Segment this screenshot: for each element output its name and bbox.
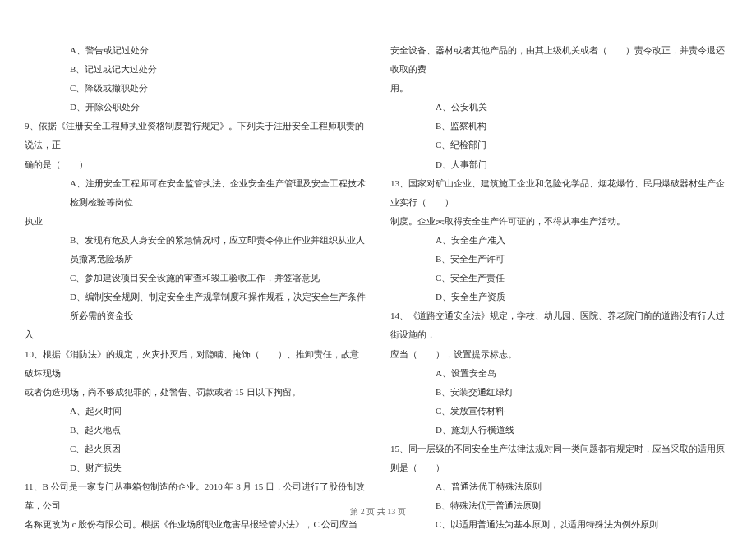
q9-option-c: C、参加建设项目安全设施的审查和竣工验收工作，并签署意见 — [25, 269, 366, 288]
q14-text-line2: 应当（ ），设置提示标志。 — [390, 345, 731, 364]
q13-option-d: D、安全生产资质 — [390, 288, 731, 306]
q13-text-line2: 制度。企业未取得安全生产许可证的，不得从事生产活动。 — [390, 212, 731, 231]
q10-option-c: C、起火原因 — [25, 440, 366, 458]
q13-option-a: A、安全生产准入 — [390, 231, 731, 250]
document-page: A、警告或记过处分 B、记过或记大过处分 C、降级或撤职处分 D、开除公职处分 … — [0, 0, 756, 534]
page-footer: 第 2 页 共 13 页 — [0, 506, 756, 518]
q12-option-d: D、人事部门 — [390, 155, 731, 174]
q9-option-b: B、发现有危及人身安全的紧急情况时，应立即责令停止作业并组织从业人员撤离危险场所 — [25, 231, 366, 269]
q9-option-a-line2: 执业 — [25, 212, 366, 231]
q15-text-line1: 15、同一层级的不同安全生产法律法规对同一类问题都有规定时，应当采取的适用原则是… — [390, 440, 731, 477]
q12-cont-line2: 用。 — [390, 79, 731, 98]
q10-option-a: A、起火时间 — [25, 402, 366, 421]
q9-option-d-line2: 入 — [25, 325, 366, 344]
q12-option-b: B、监察机构 — [390, 117, 731, 136]
q13-text-line1: 13、国家对矿山企业、建筑施工企业和危险化学品、烟花爆竹、民用爆破器材生产企业实… — [390, 174, 731, 212]
q13-option-b: B、安全生产许可 — [390, 250, 731, 269]
q9-text-line1: 9、依据《注册安全工程师执业资格制度暂行规定》。下列关于注册安全工程师职责的说法… — [25, 117, 366, 154]
q12-option-a: A、公安机关 — [390, 98, 731, 117]
q8-option-b: B、记过或记大过处分 — [25, 60, 366, 79]
q12-option-c: C、纪检部门 — [390, 136, 731, 154]
q15-option-a: A、普通法优于特殊法原则 — [390, 477, 731, 496]
q9-text-line2: 确的是（ ） — [25, 155, 366, 174]
q10-text-line2: 或者伪造现场，尚不够成犯罪的，处警告、罚款或者 15 日以下拘留。 — [25, 383, 366, 402]
q8-option-d: D、开除公职处分 — [25, 98, 366, 117]
q10-option-b: B、起火地点 — [25, 421, 366, 440]
q15-option-c: C、以适用普通法为基本原则，以适用特殊法为例外原则 — [390, 515, 731, 534]
left-column: A、警告或记过处分 B、记过或记大过处分 C、降级或撤职处分 D、开除公职处分 … — [25, 41, 366, 534]
q14-option-c: C、发放宣传材料 — [390, 402, 731, 421]
q12-cont-line1: 安全设备、器材或者其他产品的，由其上级机关或者（ ）责令改正，并责令退还收取的费 — [390, 41, 731, 79]
right-column: 安全设备、器材或者其他产品的，由其上级机关或者（ ）责令改正，并责令退还收取的费… — [390, 41, 731, 534]
q8-option-a: A、警告或记过处分 — [25, 41, 366, 60]
q14-option-b: B、安装交通红绿灯 — [390, 383, 731, 402]
q10-option-d: D、财产损失 — [25, 458, 366, 477]
q14-text-line1: 14、《道路交通安全法》规定，学校、幼儿园、医院、养老院门前的道路没有行人过街设… — [390, 306, 731, 344]
q14-option-d: D、施划人行横道线 — [390, 421, 731, 440]
q13-option-c: C、安全生产责任 — [390, 269, 731, 288]
q9-option-a-line1: A、注册安全工程师可在安全监管执法、企业安全生产管理及安全工程技术检测检验等岗位 — [25, 174, 366, 212]
q10-text-line1: 10、根据《消防法》的规定，火灾扑灭后，对隐瞒、掩饰（ ）、推卸责任，故意破坏现… — [25, 345, 366, 383]
q14-option-a: A、设置安全岛 — [390, 364, 731, 383]
q11-text-line2: 名称更改为 c 股份有限公司。根据《作业场所职业危害早报经管办法》，C 公司应当… — [25, 515, 366, 534]
q9-option-d-line1: D、编制安全规则、制定安全生产规章制度和操作规程，决定安全生产条件所必需的资金投 — [25, 288, 366, 325]
q8-option-c: C、降级或撤职处分 — [25, 79, 366, 98]
